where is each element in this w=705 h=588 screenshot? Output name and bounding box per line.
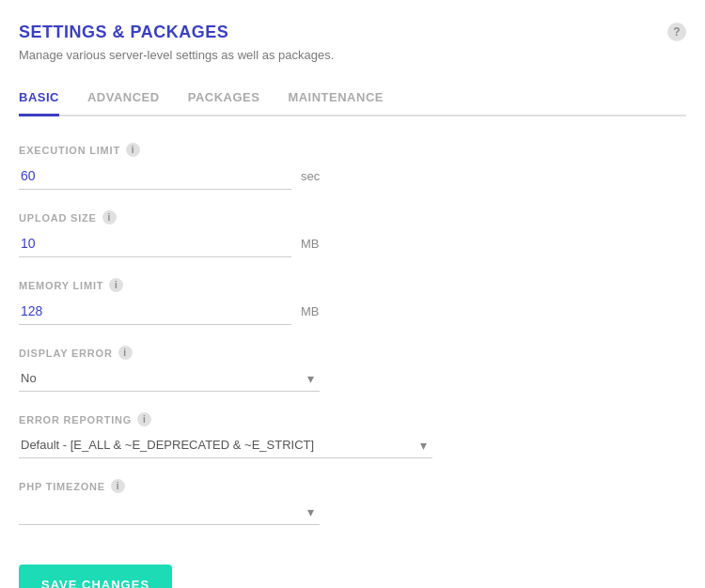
display-error-label: DISPLAY ERROR i bbox=[19, 346, 686, 360]
error-reporting-select[interactable]: Default - [E_ALL & ~E_DEPRECATED & ~E_ST… bbox=[19, 432, 432, 458]
memory-limit-group: MEMORY LIMIT i MB bbox=[19, 278, 686, 325]
display-error-group: DISPLAY ERROR i No Yes bbox=[19, 346, 686, 392]
tab-advanced[interactable]: ADVANCED bbox=[87, 81, 160, 116]
upload-size-info-icon[interactable]: i bbox=[102, 210, 117, 224]
page-subtitle: Manage various server-level settings as … bbox=[19, 48, 686, 62]
memory-limit-input[interactable] bbox=[19, 298, 291, 325]
execution-limit-input[interactable] bbox=[19, 162, 291, 190]
help-icon[interactable]: ? bbox=[667, 23, 686, 41]
display-error-info-icon[interactable]: i bbox=[118, 346, 133, 360]
execution-limit-unit: sec bbox=[301, 169, 324, 183]
memory-limit-label: MEMORY LIMIT i bbox=[19, 278, 686, 292]
tab-maintenance[interactable]: MAINTENANCE bbox=[288, 81, 384, 116]
error-reporting-group: ERROR REPORTING i Default - [E_ALL & ~E_… bbox=[19, 412, 686, 458]
error-reporting-wrapper: Default - [E_ALL & ~E_DEPRECATED & ~E_ST… bbox=[19, 432, 432, 458]
php-timezone-wrapper: UTC America/New_York Europe/London Asia/… bbox=[19, 499, 320, 525]
memory-limit-row: MB bbox=[19, 298, 686, 325]
upload-size-row: MB bbox=[19, 230, 686, 257]
memory-limit-info-icon[interactable]: i bbox=[109, 278, 123, 292]
tab-bar: BASIC ADVANCED PACKAGES MAINTENANCE bbox=[19, 81, 686, 116]
upload-size-input[interactable] bbox=[19, 230, 291, 257]
error-reporting-label: ERROR REPORTING i bbox=[19, 412, 686, 426]
display-error-wrapper: No Yes bbox=[19, 365, 320, 392]
execution-limit-label: EXECUTION LIMIT i bbox=[19, 143, 686, 157]
execution-limit-info-icon[interactable]: i bbox=[126, 143, 140, 157]
tab-basic[interactable]: BASIC bbox=[19, 81, 59, 116]
execution-limit-row: sec bbox=[19, 162, 686, 190]
php-timezone-info-icon[interactable]: i bbox=[111, 479, 125, 493]
memory-limit-unit: MB bbox=[301, 304, 324, 318]
display-error-select[interactable]: No Yes bbox=[19, 365, 320, 392]
settings-page: ? SETTINGS & PACKAGES Manage various ser… bbox=[0, 0, 705, 588]
save-changes-button[interactable]: SAVE CHANGES bbox=[19, 565, 172, 588]
upload-size-unit: MB bbox=[301, 237, 324, 251]
php-timezone-label: PHP TIMEZONE i bbox=[19, 479, 686, 493]
upload-size-group: UPLOAD SIZE i MB bbox=[19, 210, 686, 257]
error-reporting-info-icon[interactable]: i bbox=[137, 412, 151, 426]
upload-size-label: UPLOAD SIZE i bbox=[19, 210, 686, 224]
php-timezone-select[interactable]: UTC America/New_York Europe/London Asia/… bbox=[19, 499, 320, 525]
page-title: SETTINGS & PACKAGES bbox=[19, 23, 686, 42]
execution-limit-group: EXECUTION LIMIT i sec bbox=[19, 143, 686, 190]
tab-packages[interactable]: PACKAGES bbox=[188, 81, 260, 116]
php-timezone-group: PHP TIMEZONE i UTC America/New_York Euro… bbox=[19, 479, 686, 525]
